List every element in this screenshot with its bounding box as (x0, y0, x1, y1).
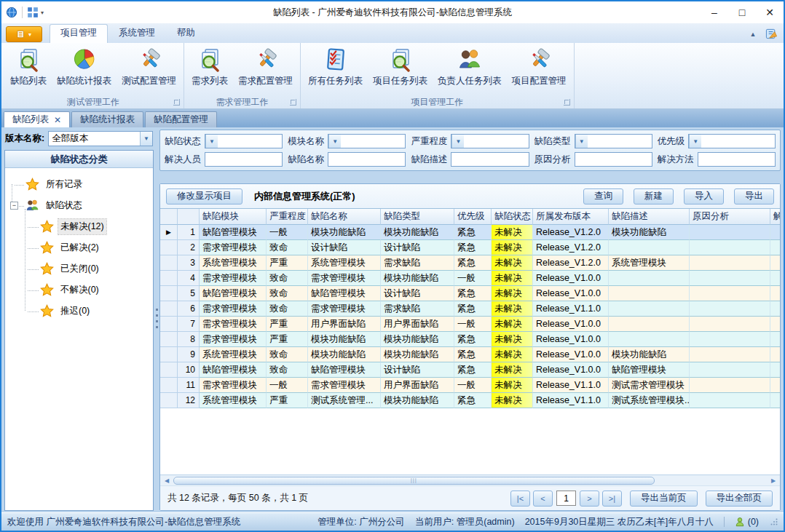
collapse-node-icon[interactable]: − (10, 202, 18, 210)
ribbon-button-owner-task-list[interactable]: 负责人任务列表 (433, 44, 507, 89)
export-all-pages-button[interactable]: 导出全部页 (706, 491, 773, 507)
table-cell (770, 347, 780, 362)
close-tab-icon[interactable]: ✕ (54, 116, 61, 124)
menu-tab-help[interactable]: 帮助 (166, 24, 206, 43)
tree-item-resolved[interactable]: 已解决(2) (8, 237, 150, 258)
chevron-down-icon[interactable]: ▼ (451, 135, 464, 148)
table-row[interactable]: ▶1缺陷管理模块一般模块功能缺陷模块功能缺陷紧急未解决Release_V1.2.… (160, 225, 780, 240)
horizontal-scrollbar[interactable]: ◀ ▶ (160, 475, 780, 485)
status-cell: 未解决 (492, 378, 533, 393)
maximize-button[interactable]: □ (728, 2, 756, 23)
filter-dropdown-defect-status[interactable]: ▼ (205, 134, 283, 148)
tree-item-wont-fix[interactable]: 不解决(0) (8, 279, 150, 301)
filter-input-cause-analysis[interactable] (575, 152, 652, 167)
filter-dropdown-priority[interactable]: ▼ (688, 134, 776, 148)
menu-tab-system-mgmt[interactable]: 系统管理 (108, 24, 166, 43)
ribbon-button-requirement-config-mgmt[interactable]: 需求配置管理 (233, 44, 298, 89)
table-row[interactable]: 3系统管理模块严重系统管理模块需求缺陷紧急未解决Release_V1.2.0系统… (160, 255, 780, 271)
filter-dropdown-severity[interactable]: ▼ (451, 134, 529, 148)
column-header[interactable]: 缺陷类型 (381, 209, 454, 225)
table-row[interactable]: 6需求管理模块致命需求管理模块需求缺陷紧急未解决Release_V1.1.0 (160, 301, 780, 317)
tree-item-postponed[interactable]: 推迟(0) (8, 301, 150, 322)
import-button[interactable]: 导入 (684, 188, 724, 205)
column-header[interactable]: 缺陷模块 (200, 209, 267, 225)
new-button[interactable]: 新建 (634, 188, 674, 205)
table-row[interactable]: 5缺陷管理模块致命缺陷管理模块设计缺陷紧急未解决Release_V1.0.0 (160, 286, 780, 301)
scroll-right-icon[interactable]: ▶ (768, 477, 778, 484)
dialog-launcher-icon[interactable] (290, 99, 296, 106)
filter-input-defect-desc[interactable] (451, 152, 529, 167)
chevron-down-icon[interactable]: ▼ (328, 135, 341, 148)
export-button[interactable]: 导出 (734, 188, 774, 205)
filter-input-defect-name[interactable] (328, 152, 406, 167)
tree-item-defect-status[interactable]: −缺陷状态 (8, 195, 150, 216)
column-header[interactable]: 缺陷描述 (609, 209, 690, 225)
version-select[interactable]: 全部版本 ▼ (48, 131, 153, 146)
document-tab-defect-config-mgmt[interactable]: 缺陷配置管理 (145, 111, 217, 127)
scrollbar-thumb[interactable] (173, 477, 655, 485)
page-next-button[interactable]: > (580, 491, 599, 507)
page-prev-button[interactable]: < (533, 491, 553, 507)
table-cell (690, 332, 770, 347)
chevron-down-icon[interactable]: ▼ (140, 132, 152, 146)
column-header[interactable]: 缺陷状态 (492, 209, 533, 225)
chevron-down-icon[interactable]: ▼ (205, 135, 218, 148)
ribbon-button-all-task-list[interactable]: 所有任务列表 (303, 44, 368, 89)
ribbon-tab-strip: ▾ 项目管理系统管理帮助 ▲ (1, 23, 784, 43)
ribbon-button-test-config-mgmt[interactable]: 测试配置管理 (117, 44, 181, 89)
export-current-page-button[interactable]: 导出当前页 (630, 491, 698, 507)
table-row[interactable]: 8需求管理模块严重模块功能缺陷模块功能缺陷紧急未解决Release_V1.0.0 (160, 332, 780, 347)
resize-grip-icon[interactable] (770, 518, 778, 525)
table-cell: 一般 (454, 317, 492, 332)
modify-display-items-button[interactable]: 修改显示项目 (166, 188, 242, 205)
page-first-button[interactable]: |< (510, 491, 530, 507)
chevron-down-icon[interactable]: ▼ (575, 135, 588, 148)
scroll-left-icon[interactable]: ◀ (162, 477, 172, 484)
tree-item-closed[interactable]: 已关闭(0) (8, 258, 150, 279)
column-header[interactable]: 严重程度 (267, 209, 308, 225)
close-button[interactable]: ✕ (756, 2, 784, 23)
quick-access-toolbar-button[interactable]: ▾ (27, 7, 44, 18)
dialog-launcher-icon[interactable] (564, 99, 570, 106)
ribbon-button-project-task-list[interactable]: 项目任务列表 (368, 44, 433, 89)
table-row[interactable]: 10缺陷管理模块致命缺陷管理模块设计缺陷紧急未解决Release_V1.0.0缺… (160, 362, 780, 378)
status-cell: 未解决 (492, 255, 533, 271)
online-users-indicator[interactable]: (0) (735, 517, 759, 527)
column-header[interactable]: 缺陷名称 (308, 209, 381, 225)
tree-item-unresolved[interactable]: 未解决(12) (8, 216, 150, 237)
table-cell: Release_V1.1.0 (533, 378, 609, 393)
ribbon-button-defect-list[interactable]: 缺陷列表 (5, 44, 52, 89)
tree-item-all-records[interactable]: 所有记录 (8, 174, 150, 195)
column-header[interactable]: 优先级 (454, 209, 492, 225)
column-header[interactable]: 所属发布版本 (533, 209, 609, 225)
table-row[interactable]: 9系统管理模块致命模块功能缺陷模块功能缺陷紧急未解决Release_V1.0.0… (160, 347, 780, 362)
filter-dropdown-module-name[interactable]: ▼ (328, 134, 406, 148)
filter-input-solution[interactable] (698, 152, 776, 167)
filter-input-resolver[interactable] (205, 152, 283, 167)
ribbon-button-defect-stats-report[interactable]: 缺陷统计报表 (52, 44, 117, 89)
dialog-launcher-icon[interactable] (173, 99, 180, 106)
page-last-button[interactable]: >| (602, 491, 622, 507)
document-tab-defect-list[interactable]: 缺陷列表✕ (4, 111, 70, 127)
row-number: 7 (178, 317, 200, 332)
menu-tab-project-mgmt[interactable]: 项目管理 (50, 24, 108, 43)
ribbon-button-requirement-list[interactable]: 需求列表 (186, 44, 233, 89)
table-row[interactable]: 7需求管理模块严重用户界面缺陷用户界面缺陷一般未解决Release_V1.0.0 (160, 317, 780, 332)
filter-dropdown-defect-type[interactable]: ▼ (575, 134, 652, 148)
table-row[interactable]: 2需求管理模块致命设计缺陷设计缺陷紧急未解决Release_V1.2.0 (160, 240, 780, 255)
column-header[interactable]: 原因分析 (690, 209, 770, 225)
minimize-button[interactable]: – (701, 2, 728, 23)
ribbon-button-project-config-mgmt[interactable]: 项目配置管理 (507, 44, 572, 89)
table-row[interactable]: 4需求管理模块致命需求管理模块模块功能缺陷一般未解决Release_V1.0.0 (160, 271, 780, 286)
ribbon-collapse-icon[interactable]: ▲ (746, 31, 760, 38)
splitter[interactable] (154, 130, 159, 511)
help-icon[interactable] (765, 28, 778, 40)
table-row[interactable]: 11需求管理模块一般需求管理模块用户界面缺陷一般未解决Release_V1.1.… (160, 378, 780, 393)
column-header[interactable]: 解决方法 (770, 209, 780, 225)
page-input[interactable] (556, 491, 576, 506)
document-tab-defect-stats-report[interactable]: 缺陷统计报表 (71, 111, 143, 127)
chevron-down-icon[interactable]: ▼ (689, 135, 701, 148)
table-row[interactable]: 12系统管理模块严重测试系统管理...模块功能缺陷紧急未解决Release_V1… (160, 393, 780, 408)
app-menu-button[interactable]: ▾ (6, 26, 42, 42)
query-button[interactable]: 查询 (583, 188, 623, 205)
